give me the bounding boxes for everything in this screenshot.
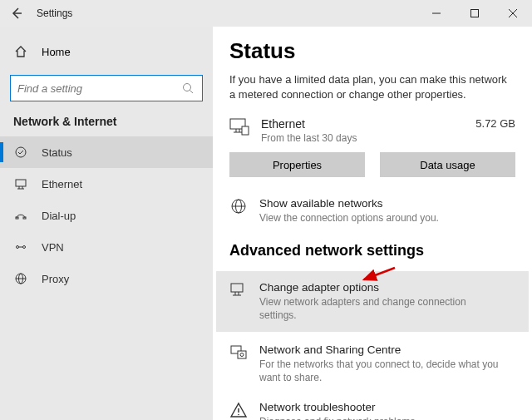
svg-rect-7 xyxy=(16,180,26,186)
vpn-icon xyxy=(13,240,28,254)
warning-icon xyxy=(229,401,248,419)
intro-text: If you have a limited data plan, you can… xyxy=(229,72,515,102)
sharing-icon xyxy=(229,343,248,362)
back-button[interactable] xyxy=(0,0,33,27)
svg-point-4 xyxy=(184,84,191,91)
window-controls xyxy=(417,0,532,27)
ethernet-row: Ethernet From the last 30 days 5.72 GB xyxy=(229,117,515,144)
search-icon xyxy=(180,81,195,96)
ethernet-sub: From the last 30 days xyxy=(261,132,464,144)
svg-rect-1 xyxy=(471,10,479,17)
status-icon xyxy=(13,145,28,160)
svg-point-35 xyxy=(238,414,239,416)
svg-rect-23 xyxy=(242,126,249,135)
dialup-icon xyxy=(13,208,28,223)
minimize-button[interactable] xyxy=(417,0,456,27)
page-title: Status xyxy=(229,38,515,64)
close-button[interactable] xyxy=(494,0,532,27)
globe-icon xyxy=(229,197,248,215)
nav-item-dialup[interactable]: Dial-up xyxy=(0,200,213,231)
advanced-section-title: Advanced network settings xyxy=(229,242,515,259)
troubleshooter-title: Network troubleshooter xyxy=(259,401,418,413)
nav-item-proxy[interactable]: Proxy xyxy=(0,263,213,294)
show-networks-option[interactable]: Show available networks View the connect… xyxy=(229,197,515,225)
nav-label: VPN xyxy=(42,241,64,254)
show-networks-sub: View the connection options around you. xyxy=(259,211,439,225)
home-button[interactable]: Home xyxy=(0,37,213,67)
properties-button[interactable]: Properties xyxy=(229,152,365,177)
svg-rect-32 xyxy=(238,351,246,358)
change-adapter-sub: View network adapters and change connect… xyxy=(259,295,500,322)
svg-point-6 xyxy=(16,147,26,157)
proxy-icon xyxy=(13,271,28,286)
svg-rect-27 xyxy=(231,284,243,292)
sharing-centre-option[interactable]: Network and Sharing Centre For the netwo… xyxy=(229,343,515,384)
nav-label: Ethernet xyxy=(42,178,82,190)
nav-label: Status xyxy=(42,146,72,159)
ethernet-usage: 5.72 GB xyxy=(475,117,515,130)
svg-point-13 xyxy=(17,246,19,249)
nav-item-vpn[interactable]: VPN xyxy=(0,231,213,263)
nav-label: Proxy xyxy=(42,273,69,285)
home-label: Home xyxy=(42,46,71,58)
home-icon xyxy=(13,44,28,59)
ethernet-icon xyxy=(13,176,28,191)
search-box[interactable] xyxy=(10,75,203,101)
category-title: Network & Internet xyxy=(0,115,213,136)
show-networks-title: Show available networks xyxy=(259,197,439,210)
window-title: Settings xyxy=(33,7,417,19)
change-adapter-title: Change adapter options xyxy=(259,281,500,294)
data-usage-button[interactable]: Data usage xyxy=(380,152,515,177)
sharing-centre-sub: For the networks that you connect to, de… xyxy=(259,358,500,384)
nav-label: Dial-up xyxy=(42,210,76,222)
back-arrow-icon xyxy=(10,7,23,20)
svg-point-14 xyxy=(23,246,26,249)
sidebar: Home Network & Internet Status Ethernet … xyxy=(0,27,213,420)
nav-item-ethernet[interactable]: Ethernet xyxy=(0,168,213,200)
search-input[interactable] xyxy=(17,82,180,95)
nav-item-status[interactable]: Status xyxy=(0,136,213,168)
change-adapter-option[interactable]: Change adapter options View network adap… xyxy=(216,271,529,332)
maximize-button[interactable] xyxy=(456,0,494,27)
troubleshooter-sub: Diagnose and fix network problems. xyxy=(259,415,418,420)
adapter-icon xyxy=(229,281,248,299)
content-area: Status If you have a limited data plan, … xyxy=(213,27,532,420)
svg-line-5 xyxy=(190,91,194,94)
sharing-centre-title: Network and Sharing Centre xyxy=(259,343,500,356)
monitor-icon xyxy=(229,117,249,137)
ethernet-name: Ethernet xyxy=(261,117,464,131)
titlebar: Settings xyxy=(0,0,532,27)
troubleshooter-option[interactable]: Network troubleshooter Diagnose and fix … xyxy=(229,401,515,420)
